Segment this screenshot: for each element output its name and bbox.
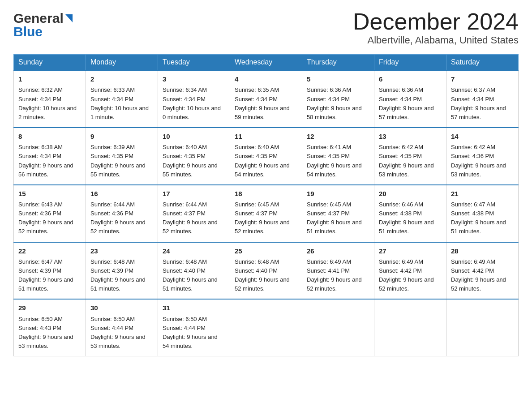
table-row — [230, 299, 302, 356]
table-row: 13Sunrise: 6:42 AMSunset: 4:35 PMDayligh… — [374, 128, 446, 185]
sunset-text: Sunset: 4:34 PM — [163, 96, 206, 103]
sunset-text: Sunset: 4:44 PM — [163, 325, 206, 331]
sunset-text: Sunset: 4:44 PM — [90, 325, 133, 331]
daylight-text: Daylight: 9 hours and 51 minutes. — [90, 276, 146, 292]
sunrise-text: Sunrise: 6:45 AM — [235, 201, 279, 208]
sunset-text: Sunset: 4:35 PM — [379, 153, 422, 159]
table-row: 10Sunrise: 6:40 AMSunset: 4:35 PMDayligh… — [158, 128, 230, 185]
sunset-text: Sunset: 4:35 PM — [307, 153, 350, 159]
day-number: 13 — [379, 131, 442, 141]
table-row: 24Sunrise: 6:48 AMSunset: 4:40 PMDayligh… — [158, 242, 230, 300]
daylight-text: Daylight: 9 hours and 58 minutes. — [307, 105, 362, 120]
sunset-text: Sunset: 4:36 PM — [90, 210, 133, 217]
sunset-text: Sunset: 4:34 PM — [18, 96, 61, 103]
daylight-text: Daylight: 9 hours and 53 minutes. — [18, 334, 73, 349]
calendar-week-5: 29Sunrise: 6:50 AMSunset: 4:43 PMDayligh… — [14, 299, 519, 356]
table-row: 20Sunrise: 6:46 AMSunset: 4:38 PMDayligh… — [374, 185, 446, 242]
sunrise-text: Sunrise: 6:45 AM — [307, 201, 351, 208]
day-number: 12 — [307, 131, 369, 141]
sunrise-text: Sunrise: 6:44 AM — [163, 201, 207, 208]
daylight-text: Daylight: 9 hours and 52 minutes. — [451, 276, 506, 292]
sunrise-text: Sunrise: 6:48 AM — [235, 258, 279, 265]
sunset-text: Sunset: 4:36 PM — [18, 210, 61, 217]
table-row: 26Sunrise: 6:49 AMSunset: 4:41 PMDayligh… — [302, 242, 374, 300]
sunrise-text: Sunrise: 6:33 AM — [90, 86, 135, 93]
title-block: December 2024 Albertville, Alabama, Unit… — [353, 9, 519, 46]
table-row: 30Sunrise: 6:50 AMSunset: 4:44 PMDayligh… — [86, 299, 158, 356]
daylight-text: Daylight: 9 hours and 53 minutes. — [451, 162, 506, 178]
day-number: 26 — [307, 246, 369, 256]
daylight-text: Daylight: 9 hours and 52 minutes. — [235, 219, 290, 235]
table-row: 11Sunrise: 6:40 AMSunset: 4:35 PMDayligh… — [230, 128, 302, 185]
sunset-text: Sunset: 4:35 PM — [235, 153, 278, 159]
table-row: 23Sunrise: 6:48 AMSunset: 4:39 PMDayligh… — [86, 242, 158, 300]
day-number: 24 — [163, 246, 225, 256]
table-row: 15Sunrise: 6:43 AMSunset: 4:36 PMDayligh… — [14, 185, 86, 242]
daylight-text: Daylight: 9 hours and 54 minutes. — [307, 162, 362, 178]
day-number: 17 — [163, 188, 225, 199]
sunset-text: Sunset: 4:43 PM — [18, 325, 61, 331]
day-number: 14 — [451, 131, 514, 141]
page-subtitle: Albertville, Alabama, United States — [353, 34, 519, 46]
sunrise-text: Sunrise: 6:47 AM — [451, 201, 495, 208]
calendar-week-4: 22Sunrise: 6:47 AMSunset: 4:39 PMDayligh… — [14, 242, 519, 300]
sunset-text: Sunset: 4:35 PM — [90, 153, 133, 159]
table-row: 14Sunrise: 6:42 AMSunset: 4:36 PMDayligh… — [446, 128, 519, 185]
daylight-text: Daylight: 9 hours and 52 minutes. — [18, 219, 73, 235]
sunrise-text: Sunrise: 6:42 AM — [451, 144, 495, 150]
sunrise-text: Sunrise: 6:36 AM — [379, 86, 423, 93]
table-row: 2Sunrise: 6:33 AMSunset: 4:34 PMDaylight… — [86, 70, 158, 128]
calendar-week-3: 15Sunrise: 6:43 AMSunset: 4:36 PMDayligh… — [14, 185, 519, 242]
daylight-text: Daylight: 9 hours and 52 minutes. — [163, 219, 218, 235]
day-number: 22 — [18, 246, 81, 256]
sunset-text: Sunset: 4:34 PM — [90, 96, 133, 103]
sunrise-text: Sunrise: 6:42 AM — [379, 144, 423, 150]
sunrise-text: Sunrise: 6:44 AM — [90, 201, 135, 208]
sunrise-text: Sunrise: 6:36 AM — [307, 86, 351, 93]
daylight-text: Daylight: 9 hours and 54 minutes. — [163, 334, 218, 349]
sunrise-text: Sunrise: 6:49 AM — [379, 258, 423, 265]
sunset-text: Sunset: 4:38 PM — [451, 210, 494, 217]
table-row — [446, 299, 519, 356]
sunset-text: Sunset: 4:39 PM — [18, 267, 61, 274]
day-number: 28 — [451, 246, 514, 256]
sunrise-text: Sunrise: 6:40 AM — [235, 144, 279, 150]
day-number: 31 — [163, 303, 225, 313]
daylight-text: Daylight: 10 hours and 0 minutes. — [163, 105, 221, 120]
sunset-text: Sunset: 4:42 PM — [451, 267, 494, 274]
daylight-text: Daylight: 9 hours and 55 minutes. — [163, 162, 218, 178]
sunset-text: Sunset: 4:34 PM — [18, 153, 61, 159]
table-row: 3Sunrise: 6:34 AMSunset: 4:34 PMDaylight… — [158, 70, 230, 128]
table-row: 17Sunrise: 6:44 AMSunset: 4:37 PMDayligh… — [158, 185, 230, 242]
day-number: 4 — [235, 74, 297, 84]
daylight-text: Daylight: 9 hours and 52 minutes. — [90, 219, 146, 235]
day-number: 29 — [18, 303, 81, 313]
daylight-text: Daylight: 9 hours and 51 minutes. — [307, 219, 362, 235]
sunrise-text: Sunrise: 6:46 AM — [379, 201, 423, 208]
day-number: 1 — [18, 74, 81, 84]
daylight-text: Daylight: 9 hours and 57 minutes. — [379, 105, 434, 120]
table-row — [302, 299, 374, 356]
day-number: 6 — [379, 74, 442, 84]
day-number: 16 — [90, 188, 153, 199]
sunset-text: Sunset: 4:40 PM — [163, 267, 206, 274]
day-number: 10 — [163, 131, 225, 141]
sunset-text: Sunset: 4:37 PM — [163, 210, 206, 217]
sunset-text: Sunset: 4:34 PM — [235, 96, 278, 103]
logo: General Blue — [13, 9, 73, 39]
daylight-text: Daylight: 9 hours and 52 minutes. — [307, 276, 362, 292]
day-number: 21 — [451, 188, 514, 199]
sunrise-text: Sunrise: 6:49 AM — [451, 258, 495, 265]
table-row: 31Sunrise: 6:50 AMSunset: 4:44 PMDayligh… — [158, 299, 230, 356]
table-row: 5Sunrise: 6:36 AMSunset: 4:34 PMDaylight… — [302, 70, 374, 128]
sunrise-text: Sunrise: 6:47 AM — [18, 258, 63, 265]
sunrise-text: Sunrise: 6:49 AM — [307, 258, 351, 265]
sunset-text: Sunset: 4:38 PM — [379, 210, 422, 217]
table-row: 25Sunrise: 6:48 AMSunset: 4:40 PMDayligh… — [230, 242, 302, 300]
sunrise-text: Sunrise: 6:41 AM — [307, 144, 351, 150]
day-number: 8 — [18, 131, 81, 141]
daylight-text: Daylight: 9 hours and 51 minutes. — [451, 219, 506, 235]
day-number: 3 — [163, 74, 225, 84]
table-row: 12Sunrise: 6:41 AMSunset: 4:35 PMDayligh… — [302, 128, 374, 185]
col-header-tuesday: Tuesday — [158, 55, 230, 71]
